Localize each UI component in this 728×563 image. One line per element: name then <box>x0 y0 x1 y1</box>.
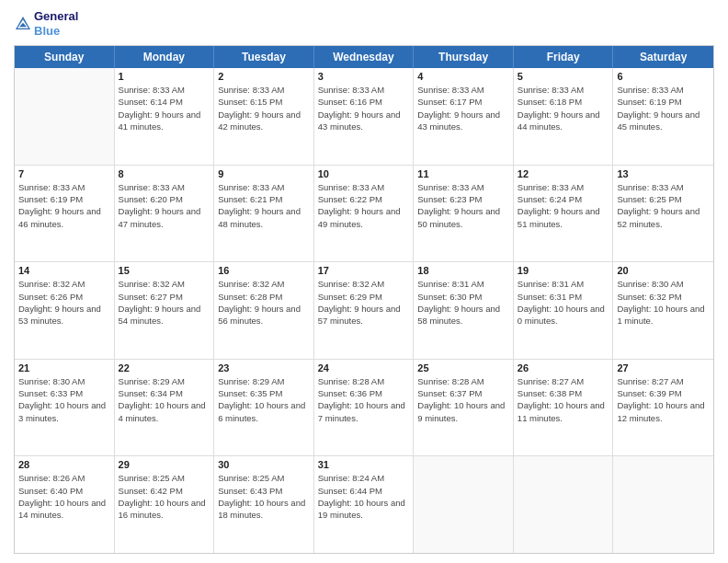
header-day-sunday: Sunday <box>15 46 115 68</box>
sunset-text: Sunset: 6:16 PM <box>318 96 410 108</box>
day-number: 17 <box>318 265 410 276</box>
day-cell-14: 14Sunrise: 8:32 AMSunset: 6:26 PMDayligh… <box>15 262 115 359</box>
calendar-body: 1Sunrise: 8:33 AMSunset: 6:14 PMDaylight… <box>15 68 713 553</box>
sunset-text: Sunset: 6:23 PM <box>417 193 509 205</box>
day-cell-12: 12Sunrise: 8:33 AMSunset: 6:24 PMDayligh… <box>514 166 614 262</box>
sunrise-text: Sunrise: 8:33 AM <box>617 84 710 96</box>
day-number: 13 <box>617 168 710 179</box>
daylight-text: Daylight: 10 hours and 12 minutes. <box>617 399 710 424</box>
day-number: 28 <box>18 459 110 470</box>
sunset-text: Sunset: 6:44 PM <box>318 485 410 497</box>
day-cell-21: 21Sunrise: 8:30 AMSunset: 6:33 PMDayligh… <box>15 360 115 456</box>
sunrise-text: Sunrise: 8:29 AM <box>218 375 310 387</box>
header-day-monday: Monday <box>115 46 215 68</box>
daylight-text: Daylight: 10 hours and 6 minutes. <box>218 399 310 424</box>
sunrise-text: Sunrise: 8:25 AM <box>119 472 210 484</box>
day-cell-18: 18Sunrise: 8:31 AMSunset: 6:30 PMDayligh… <box>414 262 514 359</box>
day-number: 16 <box>218 265 310 276</box>
day-number: 23 <box>218 362 310 373</box>
day-number: 31 <box>318 459 410 470</box>
day-number: 24 <box>318 362 410 373</box>
sunrise-text: Sunrise: 8:30 AM <box>18 375 110 387</box>
sunset-text: Sunset: 6:22 PM <box>318 193 410 205</box>
day-cell-8: 8Sunrise: 8:33 AMSunset: 6:20 PMDaylight… <box>115 166 215 262</box>
daylight-text: Daylight: 10 hours and 1 minute. <box>617 303 710 327</box>
day-cell-24: 24Sunrise: 8:28 AMSunset: 6:36 PMDayligh… <box>314 360 415 456</box>
daylight-text: Daylight: 9 hours and 43 minutes. <box>417 109 509 133</box>
empty-cell <box>613 456 713 553</box>
daylight-text: Daylight: 10 hours and 11 minutes. <box>518 399 609 424</box>
daylight-text: Daylight: 9 hours and 47 minutes. <box>119 205 210 230</box>
header-day-saturday: Saturday <box>613 46 713 68</box>
logo-text-general: General <box>34 9 78 24</box>
sunset-text: Sunset: 6:26 PM <box>18 291 110 303</box>
sunset-text: Sunset: 6:42 PM <box>119 485 210 497</box>
day-cell-2: 2Sunrise: 8:33 AMSunset: 6:15 PMDaylight… <box>214 68 314 165</box>
day-number: 14 <box>18 265 110 276</box>
day-cell-27: 27Sunrise: 8:27 AMSunset: 6:39 PMDayligh… <box>613 360 713 456</box>
sunrise-text: Sunrise: 8:33 AM <box>318 84 410 96</box>
sunset-text: Sunset: 6:20 PM <box>119 193 210 205</box>
daylight-text: Daylight: 9 hours and 44 minutes. <box>518 109 609 133</box>
day-number: 20 <box>617 265 710 276</box>
day-number: 3 <box>318 71 410 82</box>
daylight-text: Daylight: 10 hours and 19 minutes. <box>318 497 410 522</box>
empty-cell <box>514 456 614 553</box>
day-number: 12 <box>518 168 609 179</box>
day-number: 15 <box>119 265 210 276</box>
day-number: 1 <box>119 71 210 82</box>
daylight-text: Daylight: 9 hours and 50 minutes. <box>417 205 509 230</box>
sunset-text: Sunset: 6:18 PM <box>518 96 609 108</box>
sunrise-text: Sunrise: 8:33 AM <box>518 181 609 193</box>
week-row-1: 1Sunrise: 8:33 AMSunset: 6:14 PMDaylight… <box>15 68 713 166</box>
day-cell-3: 3Sunrise: 8:33 AMSunset: 6:16 PMDaylight… <box>314 68 415 165</box>
daylight-text: Daylight: 9 hours and 58 minutes. <box>417 303 509 327</box>
header-day-thursday: Thursday <box>414 46 514 68</box>
daylight-text: Daylight: 9 hours and 46 minutes. <box>18 205 110 230</box>
day-cell-16: 16Sunrise: 8:32 AMSunset: 6:28 PMDayligh… <box>214 262 314 359</box>
sunset-text: Sunset: 6:38 PM <box>518 387 609 399</box>
daylight-text: Daylight: 9 hours and 53 minutes. <box>18 303 110 327</box>
sunrise-text: Sunrise: 8:32 AM <box>318 278 410 290</box>
sunset-text: Sunset: 6:35 PM <box>218 387 310 399</box>
sunrise-text: Sunrise: 8:30 AM <box>617 278 710 290</box>
daylight-text: Daylight: 9 hours and 54 minutes. <box>119 303 210 327</box>
week-row-4: 21Sunrise: 8:30 AMSunset: 6:33 PMDayligh… <box>15 360 713 457</box>
sunrise-text: Sunrise: 8:32 AM <box>218 278 310 290</box>
day-number: 18 <box>417 265 509 276</box>
daylight-text: Daylight: 9 hours and 57 minutes. <box>318 303 410 327</box>
sunrise-text: Sunrise: 8:28 AM <box>417 375 509 387</box>
day-cell-9: 9Sunrise: 8:33 AMSunset: 6:21 PMDaylight… <box>214 166 314 262</box>
day-cell-6: 6Sunrise: 8:33 AMSunset: 6:19 PMDaylight… <box>613 68 713 165</box>
day-number: 25 <box>417 362 509 373</box>
sunrise-text: Sunrise: 8:33 AM <box>18 181 110 193</box>
empty-cell <box>414 456 514 553</box>
sunrise-text: Sunrise: 8:31 AM <box>518 278 609 290</box>
day-number: 21 <box>18 362 110 373</box>
sunrise-text: Sunrise: 8:27 AM <box>518 375 609 387</box>
empty-cell <box>15 68 115 165</box>
sunrise-text: Sunrise: 8:33 AM <box>417 84 509 96</box>
sunset-text: Sunset: 6:33 PM <box>18 387 110 399</box>
sunset-text: Sunset: 6:19 PM <box>18 193 110 205</box>
week-row-5: 28Sunrise: 8:26 AMSunset: 6:40 PMDayligh… <box>15 456 713 553</box>
day-number: 26 <box>518 362 609 373</box>
sunrise-text: Sunrise: 8:28 AM <box>318 375 410 387</box>
day-number: 4 <box>417 71 509 82</box>
sunset-text: Sunset: 6:17 PM <box>417 96 509 108</box>
day-cell-20: 20Sunrise: 8:30 AMSunset: 6:32 PMDayligh… <box>613 262 713 359</box>
sunset-text: Sunset: 6:27 PM <box>119 291 210 303</box>
daylight-text: Daylight: 9 hours and 48 minutes. <box>218 205 310 230</box>
daylight-text: Daylight: 10 hours and 4 minutes. <box>119 399 210 424</box>
daylight-text: Daylight: 10 hours and 3 minutes. <box>18 399 110 424</box>
day-number: 7 <box>18 168 110 179</box>
day-cell-19: 19Sunrise: 8:31 AMSunset: 6:31 PMDayligh… <box>514 262 614 359</box>
day-cell-1: 1Sunrise: 8:33 AMSunset: 6:14 PMDaylight… <box>115 68 215 165</box>
day-cell-26: 26Sunrise: 8:27 AMSunset: 6:38 PMDayligh… <box>514 360 614 456</box>
day-number: 22 <box>119 362 210 373</box>
sunset-text: Sunset: 6:15 PM <box>218 96 310 108</box>
sunset-text: Sunset: 6:25 PM <box>617 193 710 205</box>
sunrise-text: Sunrise: 8:33 AM <box>218 84 310 96</box>
day-cell-4: 4Sunrise: 8:33 AMSunset: 6:17 PMDaylight… <box>414 68 514 165</box>
day-number: 9 <box>218 168 310 179</box>
